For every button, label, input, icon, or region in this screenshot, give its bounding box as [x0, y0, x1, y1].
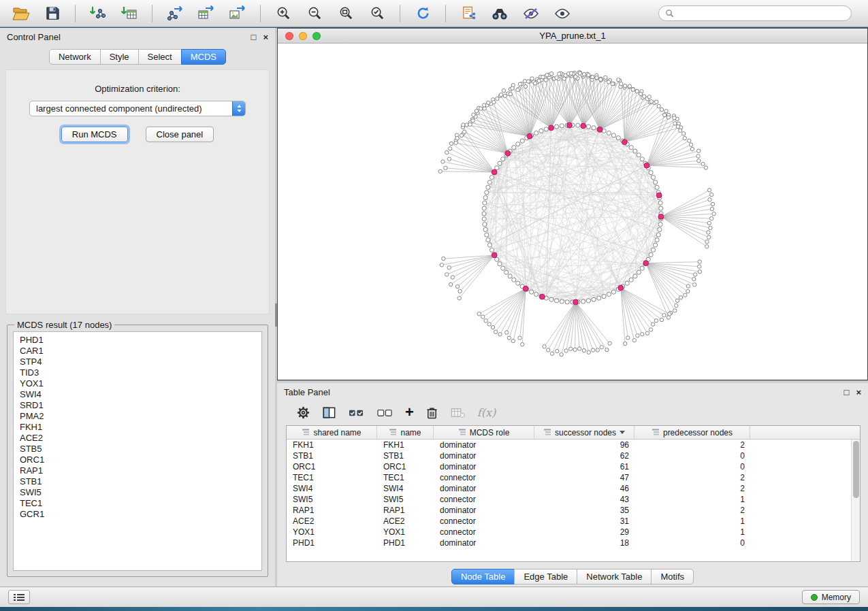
run-mcds-button[interactable]: Run MCDS [61, 127, 128, 142]
cell-shared-name: RAP1 [287, 506, 377, 515]
table-row[interactable]: PHD1 PHD1 dominator 18 0 [287, 538, 860, 548]
find-button[interactable] [485, 3, 514, 24]
vertical-splitter[interactable] [275, 28, 277, 587]
zoom-out-button[interactable] [300, 3, 329, 24]
table-vertical-scrollbar[interactable] [851, 440, 860, 561]
mcds-result-item[interactable]: SWI5 [20, 487, 255, 498]
table-settings-button[interactable] [296, 406, 310, 420]
cell-successor-nodes: 35 [534, 506, 634, 515]
table-row[interactable]: ORC1 ORC1 dominator 61 0 [287, 461, 860, 472]
optimization-criterion-select[interactable]: largest connected component (undirected) [29, 101, 246, 116]
task-history-button[interactable] [8, 590, 30, 604]
column-header-predecessor-nodes[interactable]: predecessor nodes [634, 426, 750, 439]
column-type-icon [458, 429, 466, 436]
network-view-window: YPA_prune.txt_1 [277, 28, 868, 380]
export-network-button[interactable] [161, 3, 189, 24]
column-type-icon [652, 429, 660, 436]
table-row[interactable]: FKH1 FKH1 dominator 96 2 [287, 440, 860, 450]
column-header-mcds-role[interactable]: MCDS role [434, 426, 534, 439]
network-window-titlebar: YPA_prune.txt_1 [278, 29, 867, 44]
zoom-in-button[interactable] [269, 3, 298, 24]
network-canvas[interactable] [278, 44, 867, 380]
mcds-result-list[interactable]: PHD1 CAR1 STP4 TID3 YOX1 SWI4 SRD1 PMA2 [13, 331, 262, 571]
zoom-fit-button[interactable] [332, 3, 360, 24]
table-row[interactable]: ACE2 ACE2 connector 31 1 [287, 516, 860, 527]
cell-successor-nodes: 61 [534, 462, 634, 472]
mcds-result-item[interactable]: RAP1 [20, 465, 255, 476]
apply-layout-button[interactable] [408, 3, 437, 24]
tab-select[interactable]: Select [138, 49, 182, 65]
mcds-result-item[interactable]: SRD1 [20, 400, 255, 411]
search-box[interactable] [658, 5, 852, 21]
control-panel-header: Control Panel □ × [0, 28, 275, 44]
close-table-panel-icon[interactable]: × [856, 388, 861, 397]
delete-column-button[interactable] [425, 406, 438, 420]
column-header-shared-name[interactable]: shared name [287, 426, 377, 439]
mcds-result-item[interactable]: TID3 [20, 367, 255, 378]
export-image-button[interactable] [223, 3, 252, 24]
table-row[interactable]: RAP1 RAP1 dominator 35 2 [287, 505, 860, 516]
clone-network-button[interactable] [454, 3, 483, 24]
table-row[interactable]: YOX1 YOX1 connector 29 1 [287, 527, 860, 538]
column-header-name[interactable]: name [377, 426, 434, 439]
cell-successor-nodes: 96 [534, 440, 634, 450]
mcds-result-item[interactable]: GCR1 [20, 509, 255, 520]
table-row[interactable]: SWI5 SWI5 connector 43 1 [287, 494, 860, 505]
add-column-button[interactable]: + [405, 405, 414, 420]
show-all-button[interactable] [548, 3, 577, 24]
cell-shared-name: SWI4 [287, 484, 377, 493]
scrollbar-thumb[interactable] [853, 441, 859, 498]
mcds-result-item[interactable]: CAR1 [20, 346, 255, 357]
tab-node-table[interactable]: Node Table [451, 569, 515, 584]
open-session-button[interactable] [7, 3, 35, 24]
delete-table-button-disabled[interactable] [450, 406, 466, 420]
control-panel-title: Control Panel [7, 32, 61, 42]
mcds-result-item[interactable]: STB1 [20, 476, 255, 487]
mcds-result-item[interactable]: PHD1 [20, 335, 255, 346]
deselect-all-rows-button[interactable] [376, 406, 393, 420]
function-builder-button[interactable]: f(x) [477, 406, 496, 419]
mcds-result-item[interactable]: TEC1 [20, 498, 255, 509]
table-row[interactable]: TEC1 TEC1 connector 47 2 [287, 472, 860, 483]
mcds-result-item[interactable]: ACE2 [20, 433, 255, 444]
memory-button[interactable]: Memory [802, 590, 860, 604]
cell-name: STB1 [377, 451, 434, 461]
cell-name: YOX1 [377, 527, 434, 537]
mcds-result-item[interactable]: SWI4 [20, 389, 255, 400]
hide-selected-button[interactable] [517, 3, 545, 24]
select-all-rows-button[interactable] [348, 406, 365, 420]
close-panel-icon[interactable]: × [263, 33, 268, 42]
tab-network[interactable]: Network [49, 49, 101, 65]
mcds-result-item[interactable]: FKH1 [20, 422, 255, 433]
import-network-button[interactable] [84, 3, 112, 24]
mcds-result-item[interactable]: STP4 [20, 357, 255, 367]
mcds-result-item[interactable]: STB5 [20, 444, 255, 455]
save-session-button[interactable] [38, 3, 67, 24]
tab-style[interactable]: Style [100, 49, 139, 65]
float-panel-icon[interactable]: □ [251, 33, 257, 42]
select-all-icon [348, 406, 365, 420]
tab-edge-table[interactable]: Edge Table [514, 569, 577, 584]
mcds-result-item[interactable]: PMA2 [20, 411, 255, 422]
tab-motifs[interactable]: Motifs [651, 569, 694, 584]
tab-mcds[interactable]: MCDS [181, 49, 226, 65]
close-panel-button[interactable]: Close panel [146, 127, 214, 142]
column-header-successor-nodes[interactable]: successor nodes [534, 426, 634, 439]
optimization-criterion-label: Optimization criterion: [6, 84, 269, 94]
control-panel-tabs: Network Style Select MCDS [0, 44, 275, 69]
table-row[interactable]: STB1 STB1 dominator 62 0 [287, 450, 860, 461]
splitter-handle[interactable] [275, 303, 277, 327]
show-columns-button[interactable] [322, 406, 336, 420]
cell-mcds-role: dominator [434, 451, 534, 461]
import-table-button[interactable] [115, 3, 144, 24]
export-table-button[interactable] [192, 3, 221, 24]
open-folder-icon [12, 5, 30, 22]
mcds-result-item[interactable]: YOX1 [20, 378, 255, 389]
float-table-panel-icon[interactable]: □ [844, 388, 850, 397]
table-row[interactable]: SWI4 SWI4 dominator 46 2 [287, 483, 860, 494]
search-input[interactable] [677, 8, 845, 19]
cell-predecessor-nodes: 0 [634, 462, 750, 472]
mcds-result-item[interactable]: ORC1 [20, 455, 255, 465]
tab-network-table[interactable]: Network Table [577, 569, 652, 584]
zoom-selected-button[interactable] [363, 3, 391, 24]
